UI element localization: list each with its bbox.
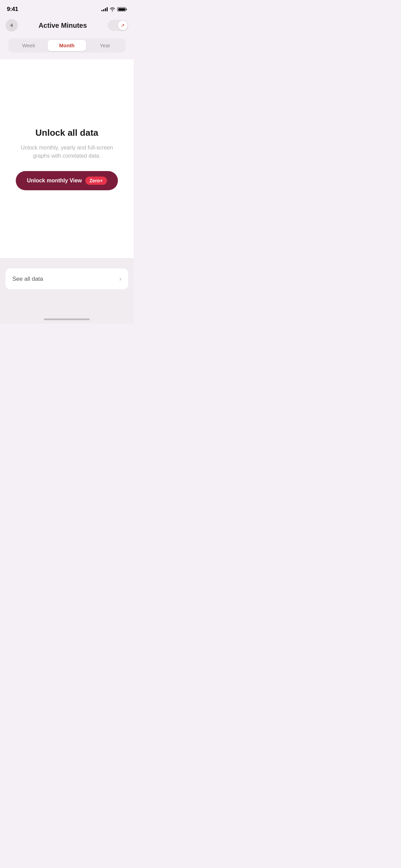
unlock-title: Unlock all data [35, 128, 98, 138]
zero-badge: Zero+ [85, 177, 107, 185]
trend-icon: ↗ [121, 23, 125, 28]
back-chevron-icon [10, 23, 13, 27]
page-title: Active Minutes [18, 22, 108, 29]
home-indicator-area [0, 296, 134, 324]
unlock-button-text: Unlock monthly View [27, 178, 82, 184]
main-content: Unlock all data Unlock monthly, yearly a… [0, 59, 134, 258]
see-all-chevron-icon: › [119, 275, 121, 282]
unlock-button[interactable]: Unlock monthly View Zero+ [16, 171, 118, 190]
tab-year[interactable]: Year [86, 40, 124, 51]
trend-toggle-knob: ↗ [118, 21, 127, 30]
trend-toggle[interactable]: ↗ [108, 20, 128, 31]
status-time: 9:41 [7, 6, 18, 13]
home-indicator [44, 318, 90, 320]
nav-header: Active Minutes ↗ [0, 16, 134, 37]
status-bar: 9:41 [0, 0, 134, 16]
status-icons [101, 7, 127, 11]
see-all-text: See all data [12, 276, 43, 282]
tab-week[interactable]: Week [10, 40, 48, 51]
see-all-row[interactable]: See all data › [5, 268, 128, 289]
unlock-description: Unlock monthly, yearly and full-screen g… [15, 144, 118, 160]
signal-icon [101, 7, 108, 11]
back-button[interactable] [5, 19, 18, 32]
bottom-section: See all data › [0, 258, 134, 296]
battery-icon [117, 7, 127, 11]
tab-month[interactable]: Month [48, 40, 86, 51]
wifi-icon [110, 7, 115, 11]
tab-segment: Week Month Year [8, 38, 125, 52]
